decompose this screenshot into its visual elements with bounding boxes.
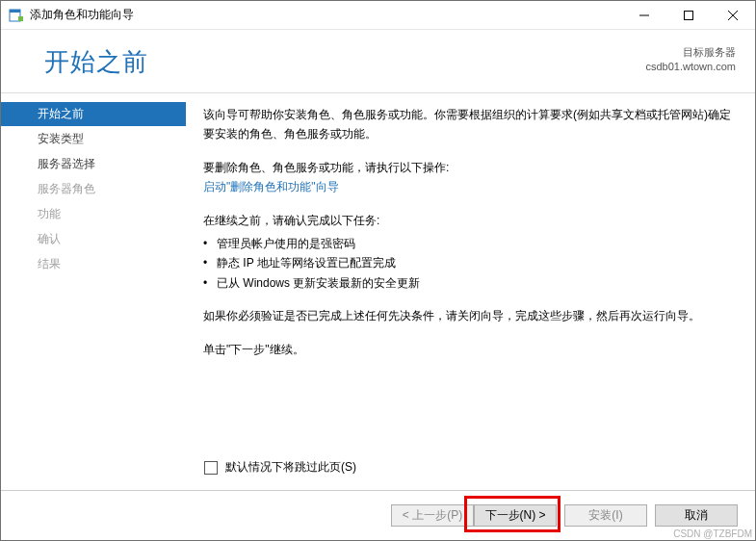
- svg-rect-1: [10, 10, 20, 13]
- window-controls: [622, 1, 755, 30]
- nav-server-selection[interactable]: 服务器选择: [1, 152, 186, 176]
- verify-text: 如果你必须验证是否已完成上述任何先决条件，请关闭向导，完成这些步骤，然后再次运行…: [203, 306, 732, 325]
- next-button[interactable]: 下一步(N) >: [474, 504, 557, 527]
- skip-checkbox[interactable]: [204, 461, 218, 475]
- install-button: 安装(I): [564, 504, 647, 527]
- maximize-button[interactable]: [666, 1, 711, 30]
- footer: < 上一步(P) 下一步(N) > 安装(I) 取消: [1, 490, 755, 540]
- intro-text: 该向导可帮助你安装角色、角色服务或功能。你需要根据组织的计算要求(例如共享文档或…: [203, 105, 732, 144]
- prereq-list: 管理员帐户使用的是强密码 静态 IP 地址等网络设置已配置完成 已从 Windo…: [203, 234, 732, 293]
- titlebar: 添加角色和功能向导: [1, 1, 755, 30]
- svg-rect-2: [18, 16, 23, 21]
- window-title: 添加角色和功能向导: [30, 7, 622, 23]
- remove-intro: 要删除角色、角色服务或功能，请执行以下操作:: [203, 158, 732, 177]
- app-icon: [9, 8, 24, 23]
- previous-button: < 上一步(P): [391, 504, 474, 527]
- header: 开始之前 目标服务器 csdb01.wtown.com: [1, 30, 755, 89]
- body: 开始之前 安装类型 服务器选择 服务器角色 功能 确认 结果 该向导可帮助你安装…: [1, 93, 755, 484]
- prereq-item: 静态 IP 地址等网络设置已配置完成: [203, 253, 732, 272]
- continue-text: 单击"下一步"继续。: [203, 340, 732, 359]
- destination-server: csdb01.wtown.com: [645, 60, 736, 74]
- nav-server-roles: 服务器角色: [1, 177, 186, 201]
- content-panel: 该向导可帮助你安装角色、角色服务或功能。你需要根据组织的计算要求(例如共享文档或…: [186, 99, 755, 484]
- minimize-button[interactable]: [622, 1, 666, 30]
- nav-installation-type[interactable]: 安装类型: [1, 127, 186, 151]
- prereq-item: 管理员帐户使用的是强密码: [203, 234, 732, 253]
- svg-rect-4: [685, 11, 693, 19]
- sidebar: 开始之前 安装类型 服务器选择 服务器角色 功能 确认 结果: [1, 99, 186, 484]
- close-button[interactable]: [711, 1, 755, 30]
- skip-checkbox-label: 默认情况下将跳过此页(S): [225, 459, 356, 476]
- destination-label: 目标服务器: [645, 45, 736, 60]
- watermark: CSDN @TZBFDM: [673, 528, 752, 539]
- nav-features: 功能: [1, 202, 186, 226]
- cancel-button[interactable]: 取消: [655, 504, 738, 527]
- prereq-item: 已从 Windows 更新安装最新的安全更新: [203, 273, 732, 293]
- confirm-intro: 在继续之前，请确认完成以下任务:: [203, 211, 732, 230]
- page-title: 开始之前: [44, 45, 645, 79]
- nav-button-group: < 上一步(P) 下一步(N) >: [391, 504, 557, 527]
- nav-before-you-begin[interactable]: 开始之前: [1, 102, 186, 126]
- wizard-window: 添加角色和功能向导 开始之前 目标服务器 csdb01.wtown.com 开始…: [0, 0, 756, 541]
- nav-results: 结果: [1, 252, 186, 276]
- remove-roles-link[interactable]: 启动"删除角色和功能"向导: [203, 180, 339, 193]
- destination-server-box: 目标服务器 csdb01.wtown.com: [645, 45, 736, 75]
- nav-confirmation: 确认: [1, 227, 186, 251]
- skip-row: 默认情况下将跳过此页(S): [204, 459, 356, 476]
